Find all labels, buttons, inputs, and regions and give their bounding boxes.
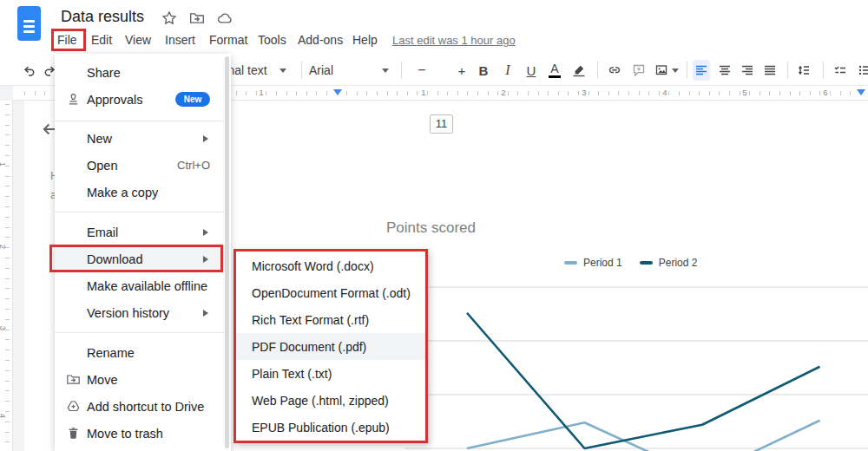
embedded-chart[interactable]: Points scored Period 1 Period 2 100 75 T… [372, 213, 868, 451]
line-spacing-button[interactable] [795, 60, 812, 81]
submenu-item-odt[interactable]: OpenDocument Format (.odt) [236, 279, 425, 306]
toolbar-separator [687, 62, 687, 79]
toolbar-separator [787, 62, 788, 79]
chart-plot-area [396, 277, 868, 451]
approvals-icon [66, 92, 81, 107]
menu-divider [55, 212, 224, 212]
checklist-button[interactable] [832, 60, 849, 81]
menu-insert[interactable]: Insert [165, 33, 195, 47]
increase-font-size-button[interactable]: + [455, 60, 469, 81]
submenu-arrow-icon [203, 256, 212, 263]
menu-item-make-available-offline[interactable]: Make available offline [55, 272, 224, 299]
highlight-icon[interactable] [571, 60, 587, 81]
toolbar-separator [597, 62, 598, 79]
menu-format[interactable]: Format [209, 33, 247, 47]
menu-edit[interactable]: Edit [91, 33, 112, 47]
decrease-font-size-button[interactable]: − [415, 60, 429, 81]
star-icon[interactable] [161, 10, 177, 26]
undo-button[interactable] [22, 60, 37, 81]
google-docs-window: Head appe Points scored Period 1 Period … [0, 0, 868, 451]
menu-file[interactable]: File [57, 33, 77, 47]
insert-link-icon[interactable] [607, 60, 622, 81]
chevron-down-icon [279, 69, 286, 76]
menu-addons[interactable]: Add-ons [298, 33, 343, 47]
chevron-down-icon [672, 69, 679, 76]
new-badge: New [175, 92, 210, 107]
toolbar-separator [823, 62, 824, 79]
menu-item-new[interactable]: New [55, 125, 224, 152]
ruler-corner [0, 86, 13, 101]
justify-button[interactable] [761, 60, 779, 81]
chart-title: Points scored [386, 219, 476, 237]
vertical-ruler[interactable]: 1 2 3 4 [0, 101, 13, 451]
submenu-item-rtf[interactable]: Rich Text Format (.rtf) [236, 306, 425, 333]
menu-item-make-a-copy[interactable]: Make a copy [55, 179, 224, 206]
right-indent-marker[interactable] [857, 89, 865, 100]
submenu-arrow-icon [203, 229, 212, 236]
file-menu-panel: Share Approvals New New OpenCtrl+O Make … [55, 54, 231, 451]
legend-item-period2: Period 2 [640, 257, 698, 269]
submenu-arrow-icon [203, 310, 212, 317]
menu-item-move-to-trash[interactable]: Move to trash [55, 420, 224, 447]
menu-help[interactable]: Help [352, 33, 378, 47]
italic-button[interactable]: I [500, 60, 516, 81]
last-edit-link[interactable]: Last edit was 1 hour ago [392, 34, 516, 47]
align-left-button[interactable] [693, 60, 710, 81]
menu-item-rename[interactable]: Rename [55, 339, 224, 366]
legend-item-period1: Period 1 [564, 257, 622, 269]
menu-item-open[interactable]: OpenCtrl+O [55, 152, 224, 179]
chevron-down-icon [382, 69, 389, 76]
cloud-status-icon[interactable] [217, 10, 233, 26]
docs-logo-icon[interactable] [17, 6, 41, 41]
chart-legend: Period 1 Period 2 [564, 257, 697, 269]
menu-item-version-history[interactable]: Version history [55, 299, 224, 326]
font-family-select[interactable]: Arial [309, 60, 389, 81]
submenu-item-epub[interactable]: EPUB Publication (.epub) [236, 414, 425, 441]
bold-button[interactable]: B [476, 60, 491, 81]
underline-button[interactable]: U [523, 60, 539, 81]
menu-item-download[interactable]: Download [55, 245, 224, 272]
trash-icon [66, 426, 81, 441]
move-folder-icon [66, 372, 81, 387]
download-submenu-panel: Microsoft Word (.docx) OpenDocument Form… [233, 249, 428, 443]
drive-add-icon [66, 399, 81, 414]
move-folder-icon[interactable] [189, 10, 205, 26]
menu-divider [55, 332, 224, 333]
legend-swatch-period2 [640, 261, 653, 265]
insert-image-button[interactable] [654, 60, 680, 81]
align-center-button[interactable] [716, 60, 733, 81]
submenu-item-html[interactable]: Web Page (.html, zipped) [236, 387, 425, 414]
submenu-item-txt[interactable]: Plain Text (.txt) [236, 360, 425, 387]
title-bar: Data results File Edit View Insert Forma… [0, 0, 868, 54]
menu-scrollbar[interactable] [225, 56, 229, 448]
toolbar-separator [401, 62, 402, 79]
menu-item-move[interactable]: Move [55, 366, 224, 393]
menu-divider [55, 121, 224, 121]
legend-swatch-period1 [564, 261, 577, 265]
add-comment-icon[interactable] [631, 60, 647, 81]
menu-tools[interactable]: Tools [258, 33, 286, 47]
submenu-arrow-icon [203, 135, 212, 142]
submenu-item-docx[interactable]: Microsoft Word (.docx) [236, 252, 425, 279]
bullet-list-button[interactable] [856, 60, 868, 81]
document-title[interactable]: Data results [61, 8, 144, 26]
left-indent-marker[interactable] [333, 89, 342, 100]
menu-item-approvals[interactable]: Approvals New [55, 86, 224, 113]
menu-item-share[interactable]: Share [55, 59, 224, 86]
align-right-button[interactable] [739, 60, 756, 81]
menu-item-add-shortcut-to-drive[interactable]: Add shortcut to Drive [55, 393, 224, 420]
toolbar-separator [301, 62, 302, 79]
paragraph-style-select[interactable]: nal text [222, 60, 292, 81]
text-color-button[interactable]: A [547, 60, 562, 81]
menu-view[interactable]: View [125, 33, 151, 47]
menu-item-email[interactable]: Email [55, 219, 224, 245]
ruler-ticks [5, 104, 10, 451]
submenu-item-pdf[interactable]: PDF Document (.pdf) [236, 333, 425, 360]
font-size-input[interactable]: 11 [430, 114, 453, 134]
